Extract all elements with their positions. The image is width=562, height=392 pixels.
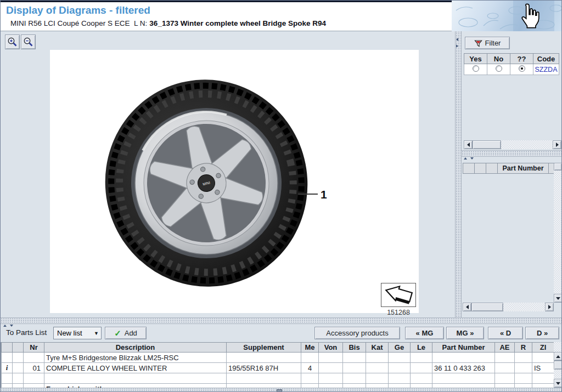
cell[interactable] — [319, 373, 343, 384]
scroll-down-button[interactable] — [554, 294, 562, 303]
cell-nr[interactable] — [24, 353, 44, 363]
cell-ae[interactable] — [495, 353, 515, 363]
cell-ae[interactable] — [495, 363, 515, 373]
cell-bis[interactable] — [343, 363, 366, 373]
scroll-track[interactable] — [554, 171, 562, 294]
parts-list-select[interactable]: New list ▼ — [53, 327, 102, 339]
accessory-products-button[interactable]: Accessory products — [314, 327, 400, 339]
bottom-splitter[interactable] — [1, 388, 562, 392]
cell[interactable] — [432, 373, 495, 384]
add-button[interactable]: ✓ Add — [105, 327, 147, 339]
diagram-canvas[interactable]: MINI 1 151268 — [50, 50, 419, 313]
cell-nr[interactable]: 01 — [24, 363, 44, 373]
cell[interactable] — [227, 373, 301, 384]
cell[interactable] — [495, 384, 515, 388]
cell[interactable] — [432, 384, 495, 388]
scroll-thumb[interactable] — [473, 140, 501, 149]
d-forward-button[interactable]: D » — [525, 327, 559, 339]
table-row[interactable]: For vehicles with — [2, 384, 554, 388]
scroll-thumb[interactable] — [554, 361, 562, 370]
cell[interactable] — [13, 353, 24, 363]
scroll-track[interactable] — [501, 140, 553, 149]
radio-no[interactable] — [496, 65, 502, 72]
radio-no-cell[interactable] — [487, 64, 510, 75]
cell-ge[interactable] — [389, 353, 411, 363]
cell[interactable] — [44, 373, 227, 384]
table-row[interactable]: i 01 COMPLETE ALLOY WHEEL WINTER 195/55R… — [2, 363, 554, 373]
cell-kat[interactable] — [366, 363, 389, 373]
cell-me[interactable] — [301, 353, 319, 363]
mg-forward-button[interactable]: MG » — [446, 327, 484, 339]
cell[interactable] — [13, 384, 24, 388]
cell[interactable] — [515, 373, 532, 384]
cell-part-number[interactable]: 36 11 0 433 263 — [432, 363, 495, 373]
cell-von[interactable] — [319, 363, 343, 373]
cell-kat[interactable] — [366, 353, 389, 363]
scroll-right-button[interactable] — [553, 140, 561, 149]
cell[interactable] — [301, 384, 319, 388]
scroll-track[interactable] — [554, 342, 562, 352]
cell-r[interactable] — [515, 353, 532, 363]
filter-code-value[interactable]: SZZDA — [533, 64, 559, 75]
mg-back-button[interactable]: « MG — [405, 327, 444, 339]
cell[interactable] — [13, 363, 24, 373]
radio-yes-cell[interactable] — [464, 64, 487, 75]
cell[interactable] — [13, 373, 24, 384]
zoom-out-button[interactable] — [21, 35, 36, 49]
cell-le[interactable] — [411, 363, 432, 373]
cell[interactable] — [389, 373, 411, 384]
cell-description[interactable]: Tyre M+S Bridgestone Blizzak LM25-RSC — [44, 353, 227, 363]
table-row[interactable]: Tyre M+S Bridgestone Blizzak LM25-RSC — [2, 353, 554, 363]
cell-supplement[interactable] — [227, 353, 301, 363]
cell-part-number[interactable] — [432, 353, 495, 363]
radio-unknown-cell[interactable] — [510, 64, 533, 75]
cell[interactable] — [366, 384, 389, 388]
cell-zi[interactable] — [532, 353, 554, 363]
cell[interactable] — [301, 373, 319, 384]
splitter-collapse-right-icon[interactable] — [456, 40, 458, 50]
cell-ge[interactable] — [389, 363, 411, 373]
cell-r[interactable] — [515, 363, 532, 373]
cell-description[interactable]: COMPLETE ALLOY WHEEL WINTER — [44, 363, 227, 373]
scroll-track[interactable] — [554, 370, 562, 379]
main-horizontal-splitter[interactable] — [1, 317, 562, 324]
scroll-thumb[interactable] — [554, 163, 562, 171]
cell[interactable] — [411, 373, 432, 384]
d-back-button[interactable]: « D — [488, 327, 523, 339]
scroll-up-button[interactable] — [554, 352, 562, 361]
cell[interactable] — [24, 384, 44, 388]
table-row[interactable] — [2, 373, 554, 384]
scroll-down-button[interactable] — [554, 379, 562, 388]
scroll-thumb[interactable] — [471, 303, 503, 311]
radio-unknown-selected[interactable] — [519, 65, 525, 72]
zoom-in-button[interactable] — [5, 35, 20, 49]
cell[interactable] — [366, 373, 389, 384]
cell[interactable] — [2, 373, 13, 384]
scroll-track[interactable] — [503, 303, 545, 311]
cell[interactable] — [2, 384, 13, 388]
cell-bis[interactable] — [343, 353, 366, 363]
cell[interactable] — [319, 384, 343, 388]
cell[interactable] — [343, 373, 366, 384]
cell[interactable] — [532, 384, 554, 388]
filter-button[interactable]: Filter — [465, 37, 510, 49]
cell-description[interactable]: For vehicles with — [44, 384, 227, 388]
cell[interactable] — [532, 373, 554, 384]
vertical-splitter[interactable] — [455, 31, 462, 317]
cell-le[interactable] — [411, 353, 432, 363]
cell-von[interactable] — [319, 353, 343, 363]
cell[interactable] — [411, 384, 432, 388]
cell[interactable] — [24, 373, 44, 384]
scroll-left-button[interactable] — [463, 303, 471, 311]
radio-yes[interactable] — [473, 65, 479, 72]
right-panel-splitter[interactable] — [462, 150, 562, 157]
scroll-right-button[interactable] — [545, 303, 554, 311]
info-icon[interactable]: i — [2, 363, 13, 373]
cell-me[interactable]: 4 — [301, 363, 319, 373]
cell[interactable] — [389, 384, 411, 388]
cell[interactable] — [495, 373, 515, 384]
cell[interactable] — [343, 384, 366, 388]
cell[interactable] — [227, 384, 301, 388]
scroll-left-button[interactable] — [464, 140, 473, 149]
cell-supplement[interactable]: 195/55R16 87H — [227, 363, 301, 373]
